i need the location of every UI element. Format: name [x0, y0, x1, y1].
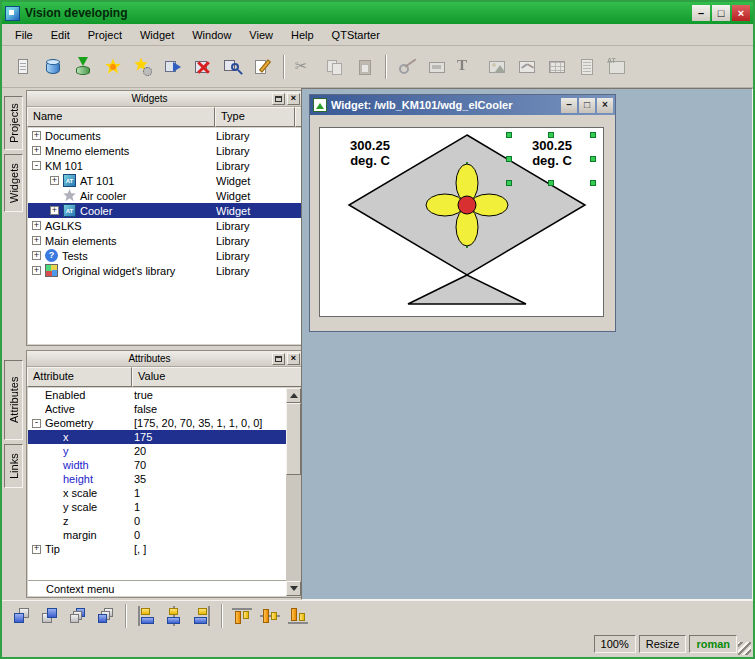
widget-edit-canvas[interactable]: 300.25 deg. C 300.25 deg. C	[319, 127, 604, 317]
zoom-indicator[interactable]: 100%	[594, 635, 636, 653]
attr-row[interactable]: - Geometry [175, 20, 70, 35, 1, 1, 0, 0]	[28, 416, 286, 430]
float-panel-icon[interactable]	[272, 353, 285, 365]
minimize-button[interactable]: –	[692, 5, 710, 21]
menu-file[interactable]: File	[6, 26, 42, 44]
close-panel-icon[interactable]: ×	[287, 93, 300, 105]
expander-icon[interactable]: +	[32, 221, 41, 230]
raise-widget-button[interactable]	[36, 604, 64, 628]
resize-mode-indicator[interactable]: Resize	[639, 635, 687, 653]
value-widget-button[interactable]: AT	[602, 52, 632, 82]
align-right-button[interactable]	[188, 604, 216, 628]
attr-row[interactable]: Enabled true	[28, 388, 286, 402]
child-close-button[interactable]: ×	[597, 98, 613, 113]
column-attribute[interactable]: Attribute	[27, 367, 132, 387]
menu-widget[interactable]: Widget	[131, 26, 183, 44]
attr-row[interactable]: y scale 1	[28, 500, 286, 514]
tree-row-selected[interactable]: + AT Cooler Widget	[28, 203, 301, 218]
child-window-titlebar[interactable]: Widget: /wlb_KM101/wdg_elCooler – □ ×	[310, 95, 615, 115]
fan-hub[interactable]	[458, 196, 476, 214]
scroll-up-icon[interactable]	[286, 388, 301, 403]
attr-row[interactable]: height 35	[28, 472, 286, 486]
attr-row[interactable]: x scale 1	[28, 486, 286, 500]
context-menu-row[interactable]: Context menu	[28, 580, 286, 596]
align-top-button[interactable]	[228, 604, 256, 628]
db-load-button[interactable]	[38, 52, 68, 82]
expander-icon[interactable]: +	[32, 251, 41, 260]
column-type[interactable]: Type	[215, 107, 295, 127]
menu-edit[interactable]: Edit	[42, 26, 79, 44]
document-widget-button[interactable]	[572, 52, 602, 82]
menu-qtstarter[interactable]: QTStarter	[323, 26, 389, 44]
attributes-scrollbar[interactable]	[286, 388, 301, 596]
lower-widget-button[interactable]	[8, 604, 36, 628]
attr-row[interactable]: + Tip [, ]	[28, 542, 286, 556]
resize-grip[interactable]	[738, 642, 751, 655]
paste-button[interactable]	[350, 52, 380, 82]
widget-delete-button[interactable]	[188, 52, 218, 82]
tab-links[interactable]: Links	[4, 444, 23, 488]
selection-handle[interactable]	[590, 132, 596, 138]
selection-handle[interactable]	[506, 156, 512, 162]
close-button[interactable]: ×	[732, 5, 750, 21]
menu-project[interactable]: Project	[79, 26, 131, 44]
attr-row[interactable]: z 0	[28, 514, 286, 528]
form-elements-widget-button[interactable]	[422, 52, 452, 82]
float-panel-icon[interactable]	[272, 93, 285, 105]
expander-icon[interactable]: +	[32, 146, 41, 155]
attr-row[interactable]: y 20	[28, 444, 286, 458]
maximize-button[interactable]: □	[712, 5, 730, 21]
lower-bottom-button[interactable]	[64, 604, 92, 628]
selection-handle[interactable]	[590, 156, 596, 162]
expander-icon[interactable]: +	[50, 176, 59, 185]
selection-handle[interactable]	[590, 180, 596, 186]
page-button[interactable]	[8, 52, 38, 82]
align-bottom-button[interactable]	[284, 604, 312, 628]
expander-icon[interactable]: +	[32, 545, 41, 554]
table-widget-button[interactable]	[542, 52, 572, 82]
attr-row[interactable]: margin 0	[28, 528, 286, 542]
align-hcenter-button[interactable]	[160, 604, 188, 628]
raise-top-button[interactable]	[92, 604, 120, 628]
attributes-panel-titlebar[interactable]: Attributes ×	[27, 351, 302, 367]
expander-icon[interactable]: +	[32, 266, 41, 275]
expander-icon[interactable]: +	[50, 206, 59, 215]
selection-handle[interactable]	[548, 180, 554, 186]
cut-button[interactable]: ✂	[290, 52, 320, 82]
selection-handle[interactable]	[506, 132, 512, 138]
run-project-button[interactable]	[128, 52, 158, 82]
tree-row[interactable]: + AGLKS Library	[28, 218, 301, 233]
attr-row[interactable]: width 70	[28, 458, 286, 472]
temperature-label-left[interactable]: 300.25 deg. C	[330, 138, 410, 168]
child-maximize-button[interactable]: □	[579, 98, 595, 113]
funnel-shape[interactable]	[408, 275, 526, 304]
tab-widgets[interactable]: Widgets	[4, 154, 23, 212]
run-button[interactable]	[98, 52, 128, 82]
widget-enter-button[interactable]	[158, 52, 188, 82]
scrollbar-thumb[interactable]	[286, 403, 301, 475]
menu-window[interactable]: Window	[183, 26, 240, 44]
scroll-down-icon[interactable]	[286, 581, 301, 596]
selection-handle[interactable]	[506, 180, 512, 186]
tree-row[interactable]: + Mnemo elements Library	[28, 143, 301, 158]
widgets-panel-titlebar[interactable]: Widgets ×	[27, 91, 302, 107]
expander-icon[interactable]: -	[32, 161, 41, 170]
expander-icon[interactable]: +	[32, 131, 41, 140]
copy-button[interactable]	[320, 52, 350, 82]
tree-row[interactable]: + AT AT 101 Widget	[28, 173, 301, 188]
close-panel-icon[interactable]: ×	[287, 353, 300, 365]
tab-projects[interactable]: Projects	[4, 96, 23, 150]
align-vcenter-button[interactable]	[256, 604, 284, 628]
align-left-button[interactable]	[132, 604, 160, 628]
column-name[interactable]: Name	[27, 107, 215, 127]
menu-view[interactable]: View	[240, 26, 282, 44]
tree-row[interactable]: + Main elements Library	[28, 233, 301, 248]
expander-icon[interactable]: -	[32, 419, 41, 428]
column-value[interactable]: Value	[132, 367, 302, 387]
media-widget-button[interactable]	[482, 52, 512, 82]
widget-view-button[interactable]	[218, 52, 248, 82]
figures-widget-button[interactable]	[392, 52, 422, 82]
selection-handle[interactable]	[548, 132, 554, 138]
widget-edit-button[interactable]	[248, 52, 278, 82]
tree-row[interactable]: - KM 101 Library	[28, 158, 301, 173]
expander-icon[interactable]: +	[32, 236, 41, 245]
